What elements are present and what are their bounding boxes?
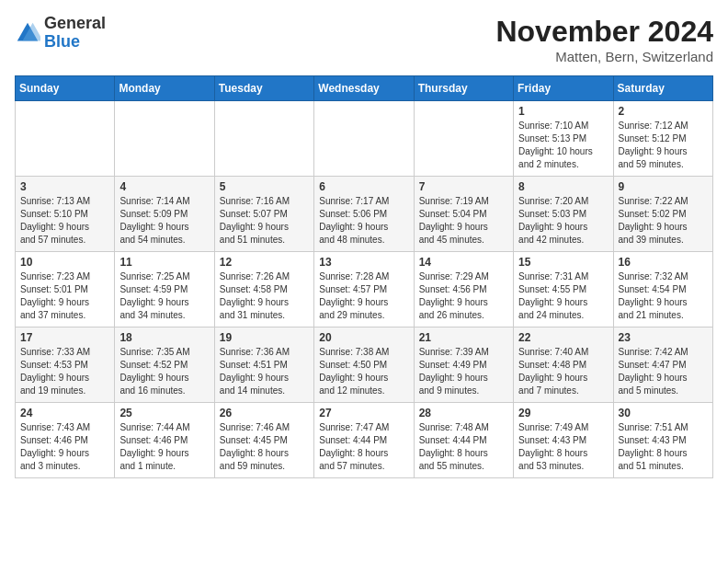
day-info: Sunrise: 7:36 AM Sunset: 4:51 PM Dayligh…: [220, 346, 309, 397]
weekday-header: Monday: [115, 76, 214, 101]
day-info: Sunrise: 7:44 AM Sunset: 4:46 PM Dayligh…: [119, 421, 209, 473]
day-number: 15: [518, 256, 608, 269]
calendar-cell: 6Sunrise: 7:17 AM Sunset: 5:06 PM Daylig…: [314, 177, 414, 252]
calendar-cell: 13Sunrise: 7:28 AM Sunset: 4:57 PM Dayli…: [314, 252, 414, 327]
calendar-cell: 24Sunrise: 7:43 AM Sunset: 4:46 PM Dayli…: [16, 403, 115, 478]
calendar-cell: 29Sunrise: 7:49 AM Sunset: 4:43 PM Dayli…: [514, 403, 613, 478]
day-number: 8: [518, 180, 608, 193]
day-number: 20: [319, 331, 408, 344]
day-number: 18: [119, 331, 209, 344]
day-info: Sunrise: 7:29 AM Sunset: 4:56 PM Dayligh…: [419, 270, 508, 322]
day-info: Sunrise: 7:33 AM Sunset: 4:53 PM Dayligh…: [20, 346, 109, 397]
day-info: Sunrise: 7:19 AM Sunset: 5:04 PM Dayligh…: [419, 195, 508, 247]
day-number: 24: [20, 407, 109, 419]
calendar-cell: [214, 101, 313, 177]
logo: General Blue: [15, 15, 106, 52]
calendar-cell: [115, 101, 214, 177]
calendar-cell: 8Sunrise: 7:20 AM Sunset: 5:03 PM Daylig…: [514, 177, 613, 252]
day-info: Sunrise: 7:38 AM Sunset: 4:50 PM Dayligh…: [319, 346, 408, 397]
day-number: 25: [119, 407, 209, 419]
day-info: Sunrise: 7:16 AM Sunset: 5:07 PM Dayligh…: [220, 195, 309, 247]
day-number: 29: [518, 407, 608, 419]
month-title: November 2024: [495, 15, 713, 49]
day-number: 1: [518, 105, 608, 118]
day-number: 30: [619, 407, 708, 419]
calendar-cell: 10Sunrise: 7:23 AM Sunset: 5:01 PM Dayli…: [16, 252, 115, 327]
location: Matten, Bern, Switzerland: [495, 49, 713, 64]
calendar-cell: 1Sunrise: 7:10 AM Sunset: 5:13 PM Daylig…: [514, 101, 613, 177]
day-info: Sunrise: 7:51 AM Sunset: 4:43 PM Dayligh…: [619, 421, 708, 473]
calendar-cell: 27Sunrise: 7:47 AM Sunset: 4:44 PM Dayli…: [314, 403, 414, 478]
calendar-cell: 25Sunrise: 7:44 AM Sunset: 4:46 PM Dayli…: [115, 403, 214, 478]
day-info: Sunrise: 7:40 AM Sunset: 4:48 PM Dayligh…: [518, 346, 608, 397]
day-number: 22: [518, 331, 608, 344]
day-info: Sunrise: 7:39 AM Sunset: 4:49 PM Dayligh…: [419, 346, 508, 397]
weekday-header: Saturday: [613, 76, 712, 101]
calendar-table: SundayMondayTuesdayWednesdayThursdayFrid…: [15, 75, 713, 478]
calendar-cell: 17Sunrise: 7:33 AM Sunset: 4:53 PM Dayli…: [16, 327, 115, 403]
calendar-cell: 14Sunrise: 7:29 AM Sunset: 4:56 PM Dayli…: [414, 252, 513, 327]
calendar-cell: 16Sunrise: 7:32 AM Sunset: 4:54 PM Dayli…: [613, 252, 712, 327]
day-number: 19: [220, 331, 309, 344]
day-number: 4: [119, 180, 209, 193]
calendar-week-row: 3Sunrise: 7:13 AM Sunset: 5:10 PM Daylig…: [16, 177, 713, 252]
day-info: Sunrise: 7:13 AM Sunset: 5:10 PM Dayligh…: [20, 195, 109, 247]
calendar-cell: 4Sunrise: 7:14 AM Sunset: 5:09 PM Daylig…: [115, 177, 214, 252]
day-number: 9: [619, 180, 708, 193]
day-info: Sunrise: 7:35 AM Sunset: 4:52 PM Dayligh…: [119, 346, 209, 397]
day-number: 11: [119, 256, 209, 269]
calendar-cell: 28Sunrise: 7:48 AM Sunset: 4:44 PM Dayli…: [414, 403, 513, 478]
calendar-cell: [16, 101, 115, 177]
weekday-header: Thursday: [414, 76, 513, 101]
day-number: 14: [419, 256, 508, 269]
day-info: Sunrise: 7:12 AM Sunset: 5:12 PM Dayligh…: [619, 120, 708, 171]
logo-text: General Blue: [44, 15, 106, 52]
calendar-cell: 18Sunrise: 7:35 AM Sunset: 4:52 PM Dayli…: [115, 327, 214, 403]
day-number: 23: [619, 331, 708, 344]
weekday-header: Friday: [514, 76, 613, 101]
calendar-cell: 12Sunrise: 7:26 AM Sunset: 4:58 PM Dayli…: [214, 252, 313, 327]
logo-icon: [15, 20, 40, 46]
calendar-header-row: SundayMondayTuesdayWednesdayThursdayFrid…: [16, 76, 713, 101]
calendar-cell: 15Sunrise: 7:31 AM Sunset: 4:55 PM Dayli…: [514, 252, 613, 327]
title-area: November 2024 Matten, Bern, Switzerland: [495, 15, 713, 64]
day-number: 2: [619, 105, 708, 118]
calendar-cell: 23Sunrise: 7:42 AM Sunset: 4:47 PM Dayli…: [613, 327, 712, 403]
calendar-cell: 20Sunrise: 7:38 AM Sunset: 4:50 PM Dayli…: [314, 327, 414, 403]
day-number: 16: [619, 256, 708, 269]
calendar-week-row: 1Sunrise: 7:10 AM Sunset: 5:13 PM Daylig…: [16, 101, 713, 177]
weekday-header: Sunday: [16, 76, 115, 101]
day-info: Sunrise: 7:31 AM Sunset: 4:55 PM Dayligh…: [518, 270, 608, 322]
calendar-cell: 7Sunrise: 7:19 AM Sunset: 5:04 PM Daylig…: [414, 177, 513, 252]
day-number: 7: [419, 180, 508, 193]
day-info: Sunrise: 7:26 AM Sunset: 4:58 PM Dayligh…: [220, 270, 309, 322]
calendar-cell: 3Sunrise: 7:13 AM Sunset: 5:10 PM Daylig…: [16, 177, 115, 252]
calendar-week-row: 24Sunrise: 7:43 AM Sunset: 4:46 PM Dayli…: [16, 403, 713, 478]
day-number: 12: [220, 256, 309, 269]
day-info: Sunrise: 7:47 AM Sunset: 4:44 PM Dayligh…: [319, 421, 408, 473]
day-number: 27: [319, 407, 408, 419]
day-info: Sunrise: 7:20 AM Sunset: 5:03 PM Dayligh…: [518, 195, 608, 247]
day-info: Sunrise: 7:25 AM Sunset: 4:59 PM Dayligh…: [119, 270, 209, 322]
calendar-week-row: 17Sunrise: 7:33 AM Sunset: 4:53 PM Dayli…: [16, 327, 713, 403]
day-number: 13: [319, 256, 408, 269]
day-info: Sunrise: 7:14 AM Sunset: 5:09 PM Dayligh…: [119, 195, 209, 247]
day-info: Sunrise: 7:42 AM Sunset: 4:47 PM Dayligh…: [619, 346, 708, 397]
calendar-cell: 19Sunrise: 7:36 AM Sunset: 4:51 PM Dayli…: [214, 327, 313, 403]
calendar-cell: 5Sunrise: 7:16 AM Sunset: 5:07 PM Daylig…: [214, 177, 313, 252]
calendar-cell: 9Sunrise: 7:22 AM Sunset: 5:02 PM Daylig…: [613, 177, 712, 252]
day-number: 3: [20, 180, 109, 193]
day-number: 28: [419, 407, 508, 419]
calendar-cell: 26Sunrise: 7:46 AM Sunset: 4:45 PM Dayli…: [214, 403, 313, 478]
day-number: 5: [220, 180, 309, 193]
day-info: Sunrise: 7:49 AM Sunset: 4:43 PM Dayligh…: [518, 421, 608, 473]
day-info: Sunrise: 7:43 AM Sunset: 4:46 PM Dayligh…: [20, 421, 109, 473]
day-info: Sunrise: 7:48 AM Sunset: 4:44 PM Dayligh…: [419, 421, 508, 473]
weekday-header: Wednesday: [314, 76, 414, 101]
day-number: 10: [20, 256, 109, 269]
calendar-cell: 21Sunrise: 7:39 AM Sunset: 4:49 PM Dayli…: [414, 327, 513, 403]
weekday-header: Tuesday: [214, 76, 313, 101]
day-number: 21: [419, 331, 508, 344]
calendar-cell: 30Sunrise: 7:51 AM Sunset: 4:43 PM Dayli…: [613, 403, 712, 478]
day-info: Sunrise: 7:22 AM Sunset: 5:02 PM Dayligh…: [619, 195, 708, 247]
